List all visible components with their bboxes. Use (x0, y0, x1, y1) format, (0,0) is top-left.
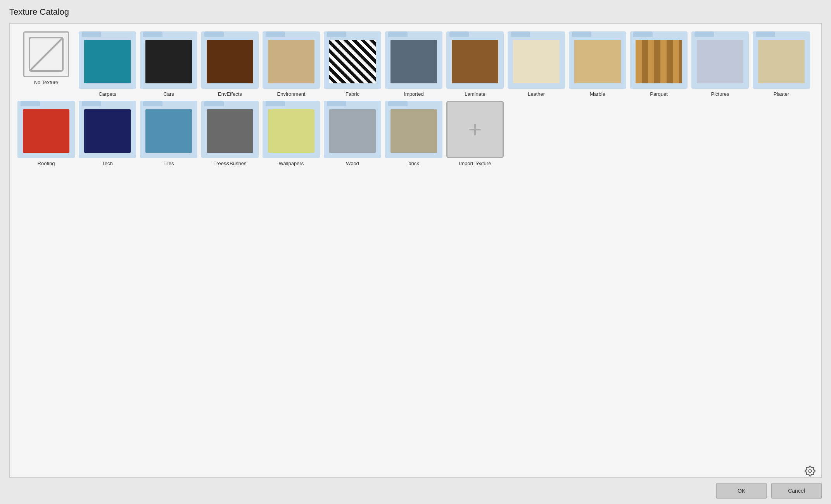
folder-icon (446, 31, 504, 89)
texture-grid: No Texture Carpets Cars EnvEffects (17, 31, 814, 166)
catalog-item-import-texture[interactable]: + Import Texture (446, 101, 504, 166)
bottom-bar: OK Cancel (9, 478, 822, 504)
item-label: EnvEffects (218, 91, 242, 97)
catalog-item-leather[interactable]: Leather (508, 31, 565, 97)
catalog-item-tiles[interactable]: Tiles (140, 101, 197, 166)
item-label: Marble (590, 91, 605, 97)
page-title: Texture Catalog (9, 7, 69, 17)
folder-icon (630, 31, 688, 89)
catalog-item-laminate[interactable]: Laminate (446, 31, 504, 97)
catalog-item-pictures[interactable]: Pictures (691, 31, 749, 97)
item-label: Cars (163, 91, 174, 97)
item-label: Laminate (465, 91, 485, 97)
ok-button[interactable]: OK (716, 483, 767, 499)
catalog-panel: No Texture Carpets Cars EnvEffects (9, 23, 822, 478)
item-label: Pictures (711, 91, 729, 97)
catalog-item-parquet[interactable]: Parquet (630, 31, 688, 97)
folder-icon (385, 31, 442, 89)
item-label: Roofing (38, 161, 55, 166)
item-label: Parquet (650, 91, 668, 97)
catalog-item-roofing[interactable]: Roofing (17, 101, 75, 166)
catalog-item-enveffects[interactable]: EnvEffects (201, 31, 259, 97)
folder-icon (508, 31, 565, 89)
folder-icon (79, 101, 136, 158)
item-label: Imported (404, 91, 423, 97)
catalog-item-environment[interactable]: Environment (263, 31, 320, 97)
catalog-item-plaster[interactable]: Plaster (753, 31, 810, 97)
folder-icon (691, 31, 749, 89)
catalog-item-marble[interactable]: Marble (569, 31, 626, 97)
settings-area (805, 466, 815, 478)
item-label: No Texture (34, 79, 59, 85)
catalog-item-tech[interactable]: Tech (79, 101, 136, 166)
folder-icon (79, 31, 136, 89)
folder-icon (201, 31, 259, 89)
svg-line-1 (29, 38, 63, 71)
catalog-item-wallpapers[interactable]: Wallpapers (263, 101, 320, 166)
catalog-item-cars[interactable]: Cars (140, 31, 197, 97)
catalog-item-imported[interactable]: Imported (385, 31, 442, 97)
svg-point-2 (809, 470, 812, 473)
folder-icon (753, 31, 810, 89)
folder-icon (140, 101, 197, 158)
folder-icon (324, 31, 381, 89)
folder-icon (569, 31, 626, 89)
item-label: Wallpapers (279, 161, 304, 166)
item-label: Tech (102, 161, 112, 166)
item-label: Import Texture (459, 161, 491, 166)
catalog-item-fabric[interactable]: Fabric (324, 31, 381, 97)
item-label: Fabric (346, 91, 359, 97)
item-label: brick (408, 161, 419, 166)
svg-rect-0 (29, 38, 63, 71)
folder-icon (385, 101, 442, 158)
folder-icon (263, 31, 320, 89)
gear-icon[interactable] (805, 466, 815, 476)
import-icon: + (446, 101, 504, 158)
folder-icon (263, 101, 320, 158)
folder-icon (324, 101, 381, 158)
catalog-item-wood[interactable]: Wood (324, 101, 381, 166)
folder-icon (201, 101, 259, 158)
catalog-item-treesbushes[interactable]: Trees&Bushes (201, 101, 259, 166)
no-texture-icon (23, 31, 69, 77)
item-label: Wood (346, 161, 359, 166)
catalog-item-brick[interactable]: brick (385, 101, 442, 166)
catalog-item-carpets[interactable]: Carpets (79, 31, 136, 97)
catalog-item-no-texture[interactable]: No Texture (17, 31, 75, 97)
folder-icon (17, 101, 75, 158)
cancel-button[interactable]: Cancel (771, 483, 822, 499)
item-label: Leather (528, 91, 545, 97)
item-label: Carpets (98, 91, 116, 97)
folder-icon (140, 31, 197, 89)
item-label: Plaster (774, 91, 789, 97)
item-label: Tiles (164, 161, 174, 166)
item-label: Environment (277, 91, 306, 97)
item-label: Trees&Bushes (214, 161, 247, 166)
